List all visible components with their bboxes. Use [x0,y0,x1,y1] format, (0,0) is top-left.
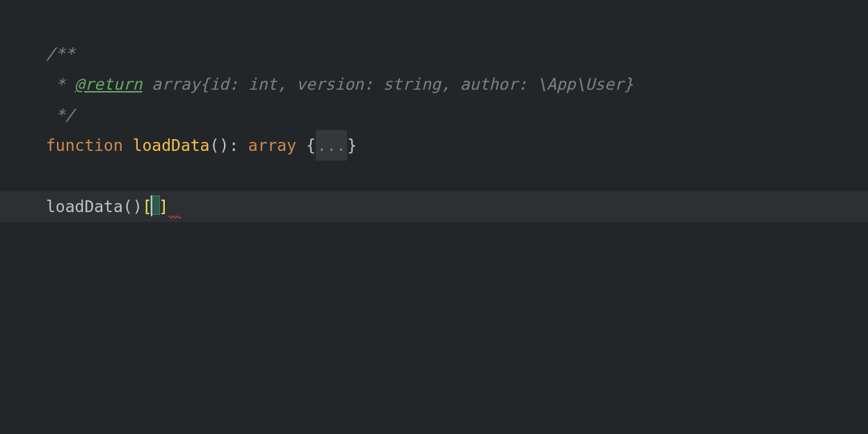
fold-ellipsis-icon[interactable]: ... [316,130,348,161]
doc-body: array{id: int, version: string, author: … [142,75,633,93]
colon: : [229,136,248,154]
doc-prefix: * [46,75,75,93]
brace-close: } [347,136,357,154]
code-line[interactable]: */ [0,99,868,130]
return-type: array [248,136,296,154]
space [296,136,306,154]
doc-close: */ [46,106,75,124]
code-line[interactable]: /** [0,38,868,69]
doc-open: /** [46,45,75,63]
blank-line[interactable] [0,161,868,191]
bracket-close: ] [159,198,168,216]
space [123,136,133,154]
keyword-function: function [46,136,123,154]
call-name: loadData [46,198,123,216]
doc-tag-return: @return [75,75,143,93]
call-parens: () [123,198,143,216]
code-editor[interactable]: /** * @return array{id: int, version: st… [0,0,868,434]
current-line[interactable]: loadData()[] [0,191,868,222]
text-cursor [150,195,160,215]
code-line[interactable]: function loadData(): array {...} [0,130,868,161]
function-name: loadData [133,136,210,154]
error-squiggle-icon [168,215,181,219]
parens: () [209,136,229,154]
brace-open: { [306,136,316,154]
code-line[interactable]: * @return array{id: int, version: string… [0,69,868,99]
